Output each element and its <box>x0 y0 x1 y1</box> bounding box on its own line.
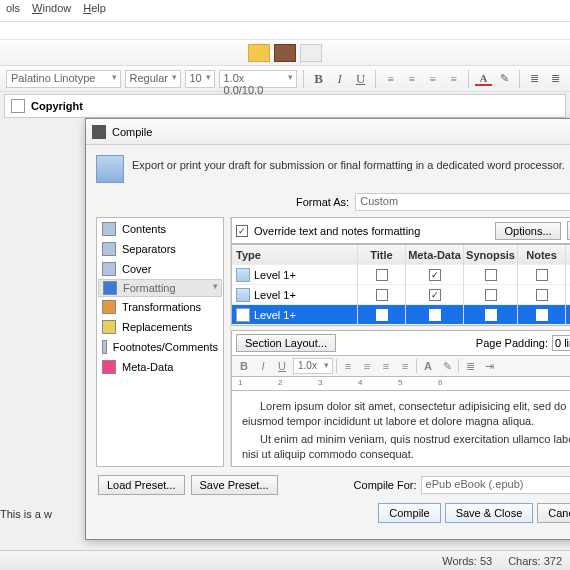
app-menubar: ols Window Help <box>0 0 570 22</box>
font-family-select[interactable]: Palatino Linotype <box>6 70 121 88</box>
underline-button[interactable]: U <box>274 358 290 374</box>
align-right-icon[interactable]: ≡ <box>378 358 394 374</box>
grid-header: Type Title Meta-Data Synopsis Notes Tex <box>232 245 570 265</box>
checkbox[interactable] <box>376 309 388 321</box>
options-button[interactable]: Options... <box>495 222 560 240</box>
expand-button[interactable]: +⇆ <box>567 221 570 240</box>
text-color-icon[interactable]: A <box>475 72 492 86</box>
dialog-titlebar: Compile <box>86 119 570 145</box>
status-words: Words: 53 <box>442 555 492 567</box>
align-left-icon[interactable]: ≡ <box>382 70 399 88</box>
align-justify-icon[interactable]: ≡ <box>397 358 413 374</box>
compile-for-label: Compile For: <box>354 479 417 491</box>
list-number-icon[interactable]: ≣ <box>547 70 564 88</box>
checkbox[interactable]: ✓ <box>429 269 441 281</box>
preview-pane: Lorem ipsum dolor sit amet, consectetur … <box>231 391 570 467</box>
view-btn-2[interactable] <box>274 44 296 62</box>
compile-button[interactable]: Compile <box>378 503 440 523</box>
align-left-icon[interactable]: ≡ <box>340 358 356 374</box>
italic-button[interactable]: I <box>331 70 348 88</box>
menu-window[interactable]: Window <box>32 2 71 19</box>
grid-row[interactable]: Level 1+ ✓ <box>232 265 570 285</box>
page-padding-input[interactable] <box>552 335 570 351</box>
view-toolbar <box>0 40 570 66</box>
zoom-select[interactable]: 1.0x <box>293 358 333 374</box>
format-toolbar: Palatino Linotype Regular 10 1.0x 0.0/10… <box>0 66 570 92</box>
grid-row[interactable]: Level 1+ ✓ <box>232 285 570 305</box>
checkbox[interactable] <box>485 289 497 301</box>
grid-row-selected[interactable]: Level 1+ <box>232 305 570 325</box>
sidebar-item-metadata[interactable]: Meta-Data <box>98 357 222 377</box>
formatting-icon <box>103 281 117 295</box>
format-as-select[interactable]: Custom <box>355 193 570 211</box>
checkbox[interactable]: ✓ <box>429 289 441 301</box>
checkbox[interactable] <box>536 269 548 281</box>
align-justify-icon[interactable]: ≡ <box>445 70 462 88</box>
page-padding-label: Page Padding: <box>476 337 548 349</box>
stack-icon <box>236 288 250 302</box>
menu-help[interactable]: Help <box>83 2 106 19</box>
save-preset-button[interactable]: Save Preset... <box>191 475 278 495</box>
highlight-icon[interactable]: ✎ <box>439 358 455 374</box>
sidebar-item-replacements[interactable]: Replacements <box>98 317 222 337</box>
section-layout-button[interactable]: Section Layout... <box>236 334 336 352</box>
editor-text: This is a w <box>0 508 52 520</box>
ruler[interactable]: 123456 <box>231 377 570 391</box>
sidebar-item-formatting[interactable]: Formatting <box>98 279 222 297</box>
override-label: Override text and notes formatting <box>254 225 489 237</box>
checkbox[interactable] <box>536 289 548 301</box>
text-color-icon[interactable]: A <box>420 358 436 374</box>
transformations-icon <box>102 300 116 314</box>
folder-icon <box>236 268 250 282</box>
footnotes-icon <box>102 340 107 354</box>
bold-button[interactable]: B <box>236 358 252 374</box>
checkbox[interactable] <box>376 289 388 301</box>
checkbox[interactable] <box>485 309 497 321</box>
dialog-icon <box>92 125 106 139</box>
checkbox[interactable] <box>429 309 441 321</box>
font-size-select[interactable]: 10 <box>185 70 215 88</box>
section-layout-row: Section Layout... Page Padding: <box>231 330 570 356</box>
dialog-title: Compile <box>112 126 152 138</box>
status-bar: Words: 53 Chars: 372 <box>0 550 570 570</box>
list-icon[interactable]: ≣ <box>462 358 478 374</box>
document-titlebar: Copyright <box>4 94 566 118</box>
levels-grid: Type Title Meta-Data Synopsis Notes Tex … <box>231 244 570 326</box>
font-weight-select[interactable]: Regular <box>125 70 181 88</box>
save-close-button[interactable]: Save & Close <box>445 503 534 523</box>
metadata-icon <box>102 360 116 374</box>
italic-button[interactable]: I <box>255 358 271 374</box>
menu-tools[interactable]: ols <box>6 2 20 19</box>
override-checkbox[interactable]: ✓ <box>236 225 248 237</box>
compile-for-select[interactable]: ePub eBook (.epub) <box>421 476 570 494</box>
underline-button[interactable]: U <box>352 70 369 88</box>
view-btn-1[interactable] <box>248 44 270 62</box>
format-as-label: Format As: <box>296 196 349 208</box>
sidebar-item-separators[interactable]: Separators <box>98 239 222 259</box>
indent-icon[interactable]: ⇥ <box>481 358 497 374</box>
list-bullet-icon[interactable]: ≣ <box>526 70 543 88</box>
checkbox[interactable] <box>485 269 497 281</box>
preview-p2: Ut enim ad minim veniam, quis nostrud ex… <box>242 432 570 462</box>
line-spacing-select[interactable]: 1.0x 0.0/10.0 <box>219 70 298 88</box>
compile-sidebar: Contents Separators Cover Formatting Tra… <box>96 217 224 467</box>
bold-button[interactable]: B <box>310 70 327 88</box>
align-center-icon[interactable]: ≡ <box>403 70 420 88</box>
preview-p1: Lorem ipsum dolor sit amet, consectetur … <box>242 399 570 429</box>
cancel-button[interactable]: Canc <box>537 503 570 523</box>
separators-icon <box>102 242 116 256</box>
align-center-icon[interactable]: ≡ <box>359 358 375 374</box>
load-preset-button[interactable]: Load Preset... <box>98 475 185 495</box>
view-btn-3[interactable] <box>300 44 322 62</box>
checkbox[interactable] <box>376 269 388 281</box>
sidebar-item-contents[interactable]: Contents <box>98 219 222 239</box>
document-icon <box>236 308 250 322</box>
compile-hero-icon <box>96 155 124 183</box>
checkbox[interactable] <box>536 309 548 321</box>
align-right-icon[interactable]: ≡ <box>424 70 441 88</box>
sidebar-item-cover[interactable]: Cover <box>98 259 222 279</box>
sidebar-item-footnotes[interactable]: Footnotes/Comments <box>98 337 222 357</box>
compile-dialog: Compile Export or print your draft for s… <box>85 118 570 540</box>
highlight-icon[interactable]: ✎ <box>496 70 513 88</box>
sidebar-item-transformations[interactable]: Transformations <box>98 297 222 317</box>
